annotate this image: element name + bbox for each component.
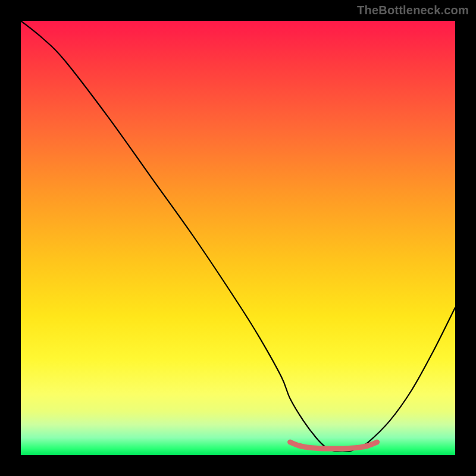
bottleneck-curve [21, 21, 455, 451]
plot-area [21, 21, 455, 455]
curve-layer [21, 21, 455, 455]
watermark-text: TheBottleneck.com [357, 4, 469, 17]
sweet-spot-marker [290, 442, 377, 449]
chart-stage: TheBottleneck.com [0, 0, 476, 476]
